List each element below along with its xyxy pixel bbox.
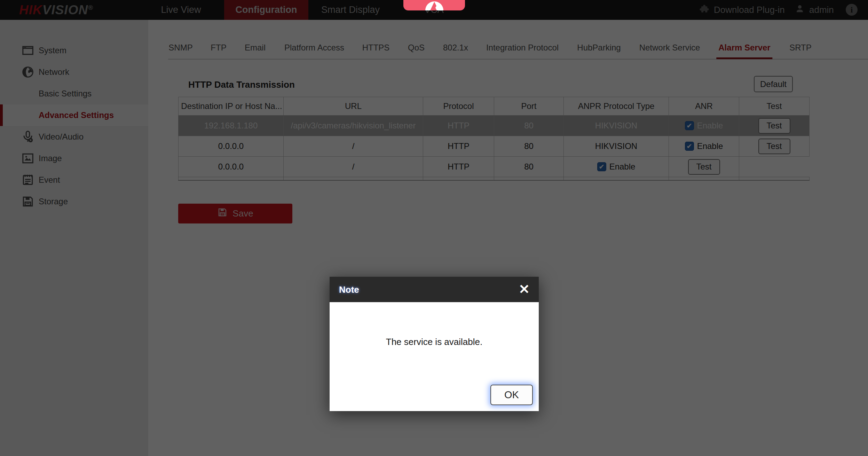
mountain-icon: [423, 0, 445, 10]
note-dialog-header: Note ✕: [330, 277, 539, 302]
note-dialog: Note ✕ The service is available. OK: [330, 277, 539, 411]
close-icon[interactable]: ✕: [519, 282, 530, 297]
ok-button[interactable]: OK: [490, 385, 533, 405]
note-dialog-title: Note: [339, 284, 359, 295]
plugin-popup-badge[interactable]: [403, 0, 465, 10]
note-dialog-message: The service is available.: [330, 337, 539, 347]
